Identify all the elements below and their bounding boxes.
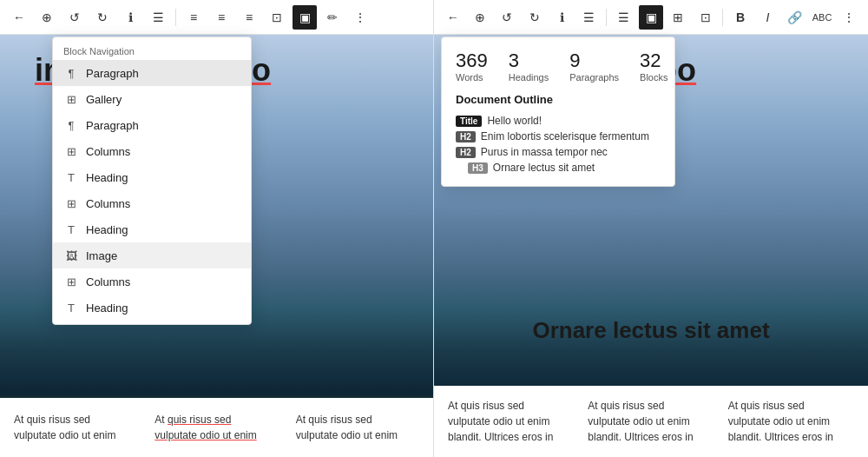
blocks-value: 32 xyxy=(640,50,667,72)
right-para-col-1: At quis risus sedvulputate odio ut enimb… xyxy=(448,398,574,445)
block-nav-item-label: Columns xyxy=(86,275,130,288)
strikethrough-button[interactable]: ABC xyxy=(810,5,833,30)
paragraphs-label: Paragraphs xyxy=(569,72,619,83)
block-nav-item-columns-3[interactable]: ⊞ Columns xyxy=(53,268,251,295)
navigate-button[interactable]: ⊕ xyxy=(35,5,59,30)
right-paragraph-columns: At quis risus sedvulputate odio ut enimb… xyxy=(434,386,868,457)
right-list-view-button[interactable]: ☰ xyxy=(577,5,601,30)
headings-value: 3 xyxy=(509,50,549,72)
right-redo-button[interactable]: ↻ xyxy=(523,5,546,30)
block-nav-dropdown: Block Navigation ¶ Paragraph ⊞ Gallery ¶… xyxy=(52,36,252,325)
right-list-button[interactable]: ☰ xyxy=(612,5,635,30)
heading-icon-1: T xyxy=(63,169,79,185)
block-nav-item-gallery[interactable]: ⊞ Gallery xyxy=(53,86,251,112)
list-view-button[interactable]: ☰ xyxy=(146,5,170,30)
words-label: Words xyxy=(456,72,488,83)
right-para-col-2: At quis risus sedvulputate odio ut enimb… xyxy=(588,398,713,445)
right-info-button[interactable]: ℹ xyxy=(549,5,573,30)
block-nav-item-paragraph-2[interactable]: ¶ Paragraph xyxy=(53,112,251,138)
right-toolbar-divider-1 xyxy=(606,9,607,26)
block-nav-item-label: Heading xyxy=(86,301,128,315)
outline-badge-title: Title xyxy=(456,116,482,127)
align-center-button[interactable]: ≡ xyxy=(209,5,233,30)
paragraph-icon: ¶ xyxy=(63,65,79,81)
right-outdent-button[interactable]: ⊡ xyxy=(694,5,717,30)
outline-item-h2-1[interactable]: H2 Enim lobortis scelerisque fermentum xyxy=(456,129,661,144)
right-toolbar: ← ⊕ ↺ ↻ ℹ ☰ ☰ ▣ ⊞ ⊡ B I 🔗 ABC ⋮ xyxy=(434,0,868,35)
block-nav-item-label: Columns xyxy=(86,145,130,158)
words-value: 369 xyxy=(456,50,488,72)
para-text-1: At quis risus sedvulputate odio ut enim xyxy=(14,412,137,443)
columns-icon-2: ⊞ xyxy=(63,195,79,211)
outline-item-h3[interactable]: H3 Ornare lectus sit amet xyxy=(456,160,661,176)
back-button[interactable]: ← xyxy=(7,5,31,30)
right-para-text-2: At quis risus sedvulputate odio ut enimb… xyxy=(588,398,713,445)
edit-button[interactable]: ✏ xyxy=(320,5,345,30)
paragraph-columns: At quis risus sedvulputate odio ut enim … xyxy=(0,398,433,457)
outline-badge-h2-1: H2 xyxy=(456,131,476,142)
block-nav-item-label: Columns xyxy=(86,197,130,210)
block-nav-item-paragraph-1[interactable]: ¶ Paragraph xyxy=(53,60,251,86)
stats-popup: 369 Words 3 Headings 9 Paragraphs 32 Blo… xyxy=(441,36,675,187)
right-more-button[interactable]: ⋮ xyxy=(838,5,861,30)
sub-heading: Ornare lectus sit amet xyxy=(434,317,868,344)
right-para-text-1: At quis risus sedvulputate odio ut enimb… xyxy=(448,398,574,445)
columns-icon-3: ⊞ xyxy=(63,274,79,289)
block-nav-item-heading-2[interactable]: T Heading xyxy=(53,216,251,242)
right-toolbar-divider-2 xyxy=(722,9,723,26)
block-nav-item-heading-3[interactable]: T Heading xyxy=(53,295,251,321)
outline-item-text-h3: Ornare lectus sit amet xyxy=(493,162,595,174)
italic-button[interactable]: I xyxy=(756,5,779,30)
align-full-button[interactable]: ▣ xyxy=(293,5,317,30)
right-indent-button[interactable]: ⊞ xyxy=(667,5,690,30)
align-right-button[interactable]: ≡ xyxy=(237,5,261,30)
outline-badge-h3: H3 xyxy=(468,162,488,174)
block-nav-item-columns-2[interactable]: ⊞ Columns xyxy=(53,190,251,216)
right-block-button[interactable]: ▣ xyxy=(639,5,662,30)
more-button[interactable]: ⋮ xyxy=(348,5,372,30)
toolbar-divider-1 xyxy=(175,9,176,26)
block-nav-item-image[interactable]: 🖼 Image xyxy=(53,242,251,268)
align-left-button[interactable]: ≡ xyxy=(181,5,206,30)
block-nav-item-heading-1[interactable]: T Heading xyxy=(53,164,251,190)
block-nav-item-label: Heading xyxy=(86,171,128,184)
block-nav-item-label: Paragraph xyxy=(86,67,139,80)
right-editor-panel: ← ⊕ ↺ ↻ ℹ ☰ ☰ ▣ ⊞ ⊡ B I 🔗 ABC ⋮ 369 Word… xyxy=(434,0,868,457)
outline-title: Document Outline xyxy=(456,93,661,106)
stat-blocks: 32 Blocks xyxy=(640,50,667,83)
para-text-2: At quis risus sedvulputate odio ut enim xyxy=(155,412,278,443)
image-icon: 🖼 xyxy=(63,248,79,263)
link-button[interactable]: 🔗 xyxy=(783,5,806,30)
left-toolbar: ← ⊕ ↺ ↻ ℹ ☰ ≡ ≡ ≡ ⊡ ▣ ✏ ⋮ xyxy=(0,0,433,35)
block-nav-item-label: Image xyxy=(86,249,117,262)
right-back-button[interactable]: ← xyxy=(441,5,464,30)
right-undo-button[interactable]: ↺ xyxy=(496,5,519,30)
columns-icon-1: ⊞ xyxy=(63,143,79,159)
redo-button[interactable]: ↻ xyxy=(90,5,115,30)
paragraphs-value: 9 xyxy=(569,50,619,72)
undo-button[interactable]: ↺ xyxy=(62,5,87,30)
block-nav-item-columns-1[interactable]: ⊞ Columns xyxy=(53,138,251,164)
right-para-text-3: At quis risus sedvulputate odio ut enimb… xyxy=(728,398,854,445)
outline-item-title[interactable]: Title Hello world! xyxy=(456,113,661,129)
block-nav-title: Block Navigation xyxy=(53,41,251,60)
heading-icon-3: T xyxy=(63,300,79,315)
block-nav-item-label: Paragraph xyxy=(86,119,139,132)
headings-label: Headings xyxy=(509,72,549,83)
right-navigate-button[interactable]: ⊕ xyxy=(468,5,491,30)
outline-item-text-h2-2: Purus in massa tempor nec xyxy=(481,146,608,158)
para-col-1: At quis risus sedvulputate odio ut enim xyxy=(14,412,137,443)
info-button[interactable]: ℹ xyxy=(118,5,142,30)
sub-heading-container: Ornare lectus sit amet xyxy=(434,317,868,344)
outline-item-h2-2[interactable]: H2 Purus in massa tempor nec xyxy=(456,144,661,160)
stat-paragraphs: 9 Paragraphs xyxy=(569,50,619,83)
para-col-3: At quis risus sedvulputate odio ut enim xyxy=(296,412,419,443)
stats-row: 369 Words 3 Headings 9 Paragraphs 32 Blo… xyxy=(456,50,661,83)
align-wide-button[interactable]: ⊡ xyxy=(265,5,289,30)
bold-button[interactable]: B xyxy=(728,5,752,30)
left-editor-panel: ← ⊕ ↺ ↻ ℹ ☰ ≡ ≡ ≡ ⊡ ▣ ✏ ⋮ Block Navigati… xyxy=(0,0,434,457)
outline-badge-h2-2: H2 xyxy=(456,147,476,158)
outline-item-text: Hello world! xyxy=(487,115,542,127)
gallery-icon: ⊞ xyxy=(63,91,79,107)
para-col-2: At quis risus sedvulputate odio ut enim xyxy=(155,412,278,443)
